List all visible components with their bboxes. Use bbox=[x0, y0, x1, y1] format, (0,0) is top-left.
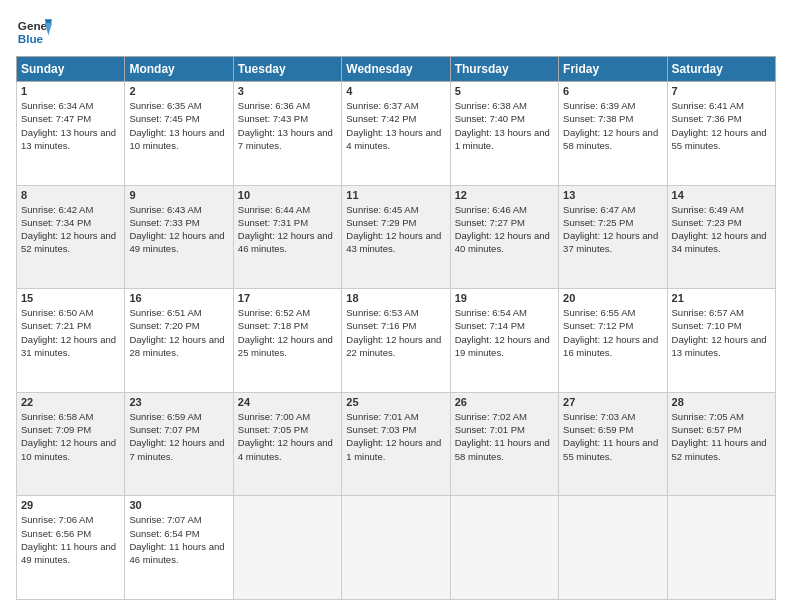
calendar-cell: 27Sunrise: 7:03 AMSunset: 6:59 PMDayligh… bbox=[559, 392, 667, 496]
day-number: 10 bbox=[238, 189, 337, 201]
svg-text:Blue: Blue bbox=[18, 32, 44, 45]
col-friday: Friday bbox=[559, 57, 667, 82]
day-number: 2 bbox=[129, 85, 228, 97]
day-number: 11 bbox=[346, 189, 445, 201]
day-number: 29 bbox=[21, 499, 120, 511]
calendar-cell bbox=[667, 496, 775, 600]
day-info: Sunrise: 6:41 AMSunset: 7:36 PMDaylight:… bbox=[672, 99, 771, 152]
day-number: 14 bbox=[672, 189, 771, 201]
day-number: 23 bbox=[129, 396, 228, 408]
day-number: 9 bbox=[129, 189, 228, 201]
day-info: Sunrise: 6:39 AMSunset: 7:38 PMDaylight:… bbox=[563, 99, 662, 152]
logo-icon: General Blue bbox=[16, 12, 52, 48]
calendar-cell: 10Sunrise: 6:44 AMSunset: 7:31 PMDayligh… bbox=[233, 185, 341, 289]
day-number: 24 bbox=[238, 396, 337, 408]
col-wednesday: Wednesday bbox=[342, 57, 450, 82]
day-number: 6 bbox=[563, 85, 662, 97]
calendar-cell bbox=[233, 496, 341, 600]
day-info: Sunrise: 6:47 AMSunset: 7:25 PMDaylight:… bbox=[563, 203, 662, 256]
calendar-cell: 9Sunrise: 6:43 AMSunset: 7:33 PMDaylight… bbox=[125, 185, 233, 289]
calendar-week-row: 1Sunrise: 6:34 AMSunset: 7:47 PMDaylight… bbox=[17, 82, 776, 186]
calendar-cell: 11Sunrise: 6:45 AMSunset: 7:29 PMDayligh… bbox=[342, 185, 450, 289]
calendar-cell bbox=[559, 496, 667, 600]
day-number: 18 bbox=[346, 292, 445, 304]
col-saturday: Saturday bbox=[667, 57, 775, 82]
calendar-cell: 5Sunrise: 6:38 AMSunset: 7:40 PMDaylight… bbox=[450, 82, 558, 186]
calendar-cell: 17Sunrise: 6:52 AMSunset: 7:18 PMDayligh… bbox=[233, 289, 341, 393]
day-number: 19 bbox=[455, 292, 554, 304]
col-sunday: Sunday bbox=[17, 57, 125, 82]
day-number: 7 bbox=[672, 85, 771, 97]
calendar-cell: 8Sunrise: 6:42 AMSunset: 7:34 PMDaylight… bbox=[17, 185, 125, 289]
header: General Blue bbox=[16, 12, 776, 48]
day-number: 22 bbox=[21, 396, 120, 408]
day-info: Sunrise: 7:05 AMSunset: 6:57 PMDaylight:… bbox=[672, 410, 771, 463]
day-number: 4 bbox=[346, 85, 445, 97]
day-number: 8 bbox=[21, 189, 120, 201]
calendar-cell: 6Sunrise: 6:39 AMSunset: 7:38 PMDaylight… bbox=[559, 82, 667, 186]
day-info: Sunrise: 6:52 AMSunset: 7:18 PMDaylight:… bbox=[238, 306, 337, 359]
calendar-week-row: 8Sunrise: 6:42 AMSunset: 7:34 PMDaylight… bbox=[17, 185, 776, 289]
calendar-cell: 30Sunrise: 7:07 AMSunset: 6:54 PMDayligh… bbox=[125, 496, 233, 600]
col-tuesday: Tuesday bbox=[233, 57, 341, 82]
day-info: Sunrise: 6:44 AMSunset: 7:31 PMDaylight:… bbox=[238, 203, 337, 256]
calendar-cell: 28Sunrise: 7:05 AMSunset: 6:57 PMDayligh… bbox=[667, 392, 775, 496]
calendar-cell: 24Sunrise: 7:00 AMSunset: 7:05 PMDayligh… bbox=[233, 392, 341, 496]
calendar-cell bbox=[342, 496, 450, 600]
day-info: Sunrise: 6:50 AMSunset: 7:21 PMDaylight:… bbox=[21, 306, 120, 359]
calendar-cell: 19Sunrise: 6:54 AMSunset: 7:14 PMDayligh… bbox=[450, 289, 558, 393]
day-info: Sunrise: 7:00 AMSunset: 7:05 PMDaylight:… bbox=[238, 410, 337, 463]
calendar-cell: 14Sunrise: 6:49 AMSunset: 7:23 PMDayligh… bbox=[667, 185, 775, 289]
calendar: Sunday Monday Tuesday Wednesday Thursday… bbox=[16, 56, 776, 600]
day-number: 26 bbox=[455, 396, 554, 408]
day-number: 28 bbox=[672, 396, 771, 408]
calendar-cell: 25Sunrise: 7:01 AMSunset: 7:03 PMDayligh… bbox=[342, 392, 450, 496]
calendar-cell: 20Sunrise: 6:55 AMSunset: 7:12 PMDayligh… bbox=[559, 289, 667, 393]
calendar-cell: 18Sunrise: 6:53 AMSunset: 7:16 PMDayligh… bbox=[342, 289, 450, 393]
day-info: Sunrise: 7:03 AMSunset: 6:59 PMDaylight:… bbox=[563, 410, 662, 463]
calendar-header-row: Sunday Monday Tuesday Wednesday Thursday… bbox=[17, 57, 776, 82]
day-info: Sunrise: 6:55 AMSunset: 7:12 PMDaylight:… bbox=[563, 306, 662, 359]
day-info: Sunrise: 7:07 AMSunset: 6:54 PMDaylight:… bbox=[129, 513, 228, 566]
day-number: 20 bbox=[563, 292, 662, 304]
day-info: Sunrise: 6:42 AMSunset: 7:34 PMDaylight:… bbox=[21, 203, 120, 256]
day-number: 15 bbox=[21, 292, 120, 304]
day-info: Sunrise: 6:37 AMSunset: 7:42 PMDaylight:… bbox=[346, 99, 445, 152]
day-info: Sunrise: 6:38 AMSunset: 7:40 PMDaylight:… bbox=[455, 99, 554, 152]
calendar-week-row: 29Sunrise: 7:06 AMSunset: 6:56 PMDayligh… bbox=[17, 496, 776, 600]
col-monday: Monday bbox=[125, 57, 233, 82]
calendar-week-row: 22Sunrise: 6:58 AMSunset: 7:09 PMDayligh… bbox=[17, 392, 776, 496]
calendar-cell: 1Sunrise: 6:34 AMSunset: 7:47 PMDaylight… bbox=[17, 82, 125, 186]
day-info: Sunrise: 6:36 AMSunset: 7:43 PMDaylight:… bbox=[238, 99, 337, 152]
day-info: Sunrise: 6:43 AMSunset: 7:33 PMDaylight:… bbox=[129, 203, 228, 256]
day-info: Sunrise: 7:06 AMSunset: 6:56 PMDaylight:… bbox=[21, 513, 120, 566]
day-number: 1 bbox=[21, 85, 120, 97]
day-info: Sunrise: 6:51 AMSunset: 7:20 PMDaylight:… bbox=[129, 306, 228, 359]
day-info: Sunrise: 6:46 AMSunset: 7:27 PMDaylight:… bbox=[455, 203, 554, 256]
day-info: Sunrise: 6:35 AMSunset: 7:45 PMDaylight:… bbox=[129, 99, 228, 152]
day-info: Sunrise: 6:58 AMSunset: 7:09 PMDaylight:… bbox=[21, 410, 120, 463]
day-info: Sunrise: 6:54 AMSunset: 7:14 PMDaylight:… bbox=[455, 306, 554, 359]
logo: General Blue bbox=[16, 12, 52, 48]
calendar-cell bbox=[450, 496, 558, 600]
day-number: 5 bbox=[455, 85, 554, 97]
day-info: Sunrise: 7:02 AMSunset: 7:01 PMDaylight:… bbox=[455, 410, 554, 463]
calendar-cell: 29Sunrise: 7:06 AMSunset: 6:56 PMDayligh… bbox=[17, 496, 125, 600]
col-thursday: Thursday bbox=[450, 57, 558, 82]
day-number: 13 bbox=[563, 189, 662, 201]
calendar-cell: 7Sunrise: 6:41 AMSunset: 7:36 PMDaylight… bbox=[667, 82, 775, 186]
day-number: 25 bbox=[346, 396, 445, 408]
day-info: Sunrise: 7:01 AMSunset: 7:03 PMDaylight:… bbox=[346, 410, 445, 463]
calendar-cell: 4Sunrise: 6:37 AMSunset: 7:42 PMDaylight… bbox=[342, 82, 450, 186]
day-info: Sunrise: 6:34 AMSunset: 7:47 PMDaylight:… bbox=[21, 99, 120, 152]
day-number: 17 bbox=[238, 292, 337, 304]
calendar-cell: 26Sunrise: 7:02 AMSunset: 7:01 PMDayligh… bbox=[450, 392, 558, 496]
day-info: Sunrise: 6:45 AMSunset: 7:29 PMDaylight:… bbox=[346, 203, 445, 256]
calendar-cell: 23Sunrise: 6:59 AMSunset: 7:07 PMDayligh… bbox=[125, 392, 233, 496]
calendar-cell: 3Sunrise: 6:36 AMSunset: 7:43 PMDaylight… bbox=[233, 82, 341, 186]
day-info: Sunrise: 6:57 AMSunset: 7:10 PMDaylight:… bbox=[672, 306, 771, 359]
day-number: 27 bbox=[563, 396, 662, 408]
calendar-cell: 22Sunrise: 6:58 AMSunset: 7:09 PMDayligh… bbox=[17, 392, 125, 496]
day-number: 12 bbox=[455, 189, 554, 201]
day-info: Sunrise: 6:53 AMSunset: 7:16 PMDaylight:… bbox=[346, 306, 445, 359]
